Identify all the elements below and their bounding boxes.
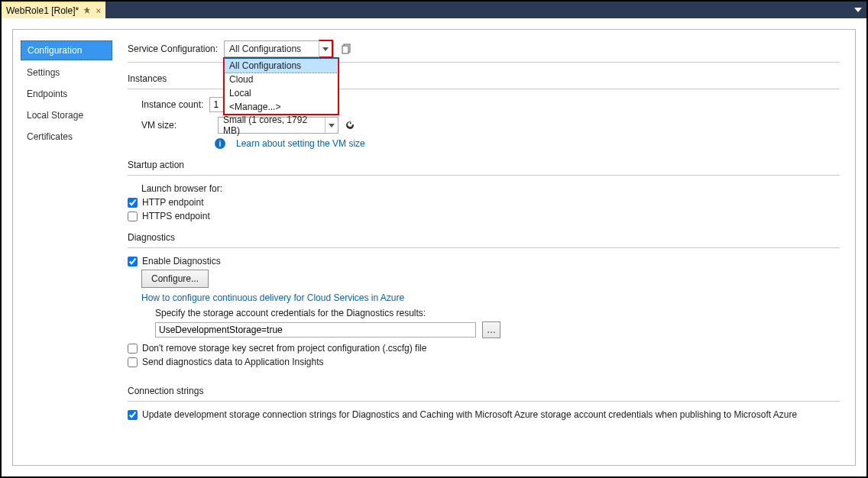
vm-size-value: Small (1 cores, 1792 MB) xyxy=(219,115,325,136)
side-nav: Configuration Settings Endpoints Local S… xyxy=(21,40,112,149)
update-conn-strings-input[interactable] xyxy=(128,410,138,420)
browse-storage-button[interactable]: … xyxy=(482,321,500,338)
nav-item-configuration[interactable]: Configuration xyxy=(21,40,112,60)
config-panel: Configuration Settings Endpoints Local S… xyxy=(12,29,856,466)
document-tab-strip: WebRole1 [Role]* × xyxy=(2,2,866,19)
vm-size-row: VM size: Small (1 cores, 1792 MB) xyxy=(141,117,840,134)
divider xyxy=(128,401,840,402)
dont-remove-key-input[interactable] xyxy=(128,344,138,354)
refresh-icon[interactable] xyxy=(345,120,355,131)
close-tab-icon[interactable]: × xyxy=(96,5,101,16)
svg-rect-1 xyxy=(342,46,348,53)
editor-surface: Configuration Settings Endpoints Local S… xyxy=(2,18,866,476)
document-tab[interactable]: WebRole1 [Role]* × xyxy=(2,2,105,18)
dont-remove-key-checkbox[interactable]: Don't remove storage key secret from pro… xyxy=(128,343,840,354)
vm-size-help-row: i Learn about setting the VM size xyxy=(215,138,840,149)
option-manage[interactable]: <Manage...> xyxy=(225,100,338,114)
vm-size-label: VM size: xyxy=(141,120,212,131)
enable-diagnostics-label: Enable Diagnostics xyxy=(142,256,221,266)
divider xyxy=(128,175,840,176)
startup-heading: Startup action xyxy=(128,160,840,170)
window-frame: WebRole1 [Role]* × Configuration Setting… xyxy=(0,0,868,478)
nav-item-certificates[interactable]: Certificates xyxy=(21,128,112,146)
vm-size-select[interactable]: Small (1 cores, 1792 MB) xyxy=(218,117,338,134)
enable-diagnostics-input[interactable] xyxy=(128,257,138,266)
service-configuration-select[interactable]: All Configurations xyxy=(224,40,334,57)
instance-count-label: Instance count: xyxy=(141,99,203,110)
storage-credentials-label: Specify the storage account credentials … xyxy=(155,308,840,318)
main-content: Service Configuration: All Configuration… xyxy=(128,40,840,423)
pin-icon[interactable] xyxy=(83,7,91,15)
http-endpoint-label: HTTP endpoint xyxy=(142,197,204,208)
https-endpoint-input[interactable] xyxy=(128,212,138,221)
service-configuration-row: Service Configuration: All Configuration… xyxy=(128,40,840,57)
chevron-down-icon[interactable] xyxy=(325,118,338,133)
configure-diagnostics-button[interactable]: Configure... xyxy=(141,270,209,288)
https-endpoint-checkbox[interactable]: HTTPS endpoint xyxy=(128,211,840,221)
continuous-delivery-link[interactable]: How to configure continuous delivery for… xyxy=(141,292,840,303)
info-icon: i xyxy=(215,138,225,149)
chevron-down-icon[interactable] xyxy=(319,40,333,58)
storage-credentials-input[interactable] xyxy=(155,322,476,338)
option-local[interactable]: Local xyxy=(225,86,338,100)
update-conn-strings-checkbox[interactable]: Update development storage connection st… xyxy=(128,409,840,420)
service-configuration-popup: All Configurations Cloud Local <Manage..… xyxy=(223,57,339,115)
diagnostics-heading: Diagnostics xyxy=(128,232,840,243)
service-configuration-label: Service Configuration: xyxy=(128,44,218,54)
divider xyxy=(128,247,840,248)
storage-credentials-row: … xyxy=(155,321,840,338)
http-endpoint-checkbox[interactable]: HTTP endpoint xyxy=(128,197,840,208)
option-cloud[interactable]: Cloud xyxy=(225,73,338,86)
nav-item-endpoints[interactable]: Endpoints xyxy=(21,85,112,103)
app-insights-checkbox[interactable]: Send diagnostics data to Application Ins… xyxy=(128,357,840,367)
tab-overflow-icon[interactable] xyxy=(854,2,862,18)
vm-size-learn-link[interactable]: Learn about setting the VM size xyxy=(236,138,365,149)
nav-item-settings[interactable]: Settings xyxy=(21,63,112,82)
enable-diagnostics-checkbox[interactable]: Enable Diagnostics xyxy=(128,256,840,266)
dont-remove-key-label: Don't remove storage key secret from pro… xyxy=(142,343,426,354)
launch-browser-label: Launch browser for: xyxy=(141,183,840,194)
service-configuration-value: All Configurations xyxy=(225,44,319,54)
app-insights-label: Send diagnostics data to Application Ins… xyxy=(142,357,324,367)
option-all-configurations[interactable]: All Configurations xyxy=(225,59,338,73)
update-conn-strings-label: Update development storage connection st… xyxy=(142,409,797,420)
document-tab-title: WebRole1 [Role]* xyxy=(6,5,79,16)
app-insights-input[interactable] xyxy=(128,357,138,367)
https-endpoint-label: HTTPS endpoint xyxy=(142,211,210,221)
connection-strings-heading: Connection strings xyxy=(128,386,840,396)
nav-item-local-storage[interactable]: Local Storage xyxy=(21,106,112,124)
http-endpoint-input[interactable] xyxy=(128,198,138,208)
copy-config-icon[interactable] xyxy=(340,42,354,56)
